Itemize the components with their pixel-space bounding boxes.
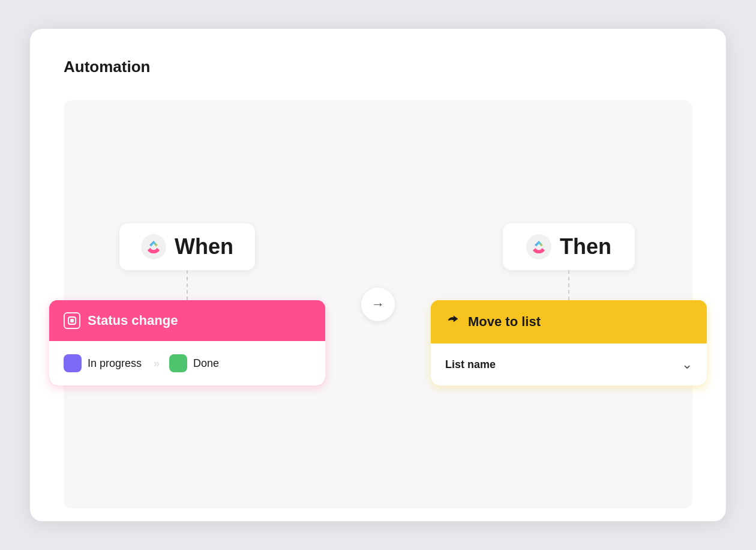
- when-dashed-line: [187, 270, 188, 300]
- done-dot: [169, 354, 187, 372]
- page-title: Automation: [64, 58, 692, 76]
- list-name-placeholder: List name: [445, 358, 496, 371]
- status-change-icon: [64, 312, 80, 329]
- then-column: Then Move to list List name ⌄: [431, 223, 707, 385]
- chevrons-icon: »: [154, 357, 157, 370]
- when-column: When Status change: [49, 223, 325, 385]
- to-status-label: Done: [193, 357, 219, 370]
- move-to-list-icon: [445, 312, 461, 331]
- trigger-card-body: In progress » Done: [49, 341, 325, 385]
- chevron-down-icon[interactable]: ⌄: [682, 357, 692, 372]
- when-clickup-logo: [141, 234, 166, 259]
- then-dashed-line: [568, 270, 569, 300]
- when-label: When: [175, 234, 233, 259]
- from-status-badge: In progress: [64, 354, 142, 372]
- trigger-card-header: Status change: [49, 300, 325, 341]
- in-progress-dot: [64, 354, 82, 372]
- trigger-card[interactable]: Status change In progress » Done: [49, 300, 325, 385]
- action-title: Move to list: [468, 314, 541, 330]
- trigger-title: Status change: [88, 313, 178, 328]
- arrow-icon: →: [371, 297, 385, 312]
- connector-arrow: →: [361, 288, 395, 321]
- to-status-badge: Done: [169, 354, 219, 372]
- then-clickup-logo: [526, 234, 551, 259]
- then-header: Then: [503, 223, 635, 270]
- then-label: Then: [560, 234, 611, 259]
- from-status-label: In progress: [88, 357, 142, 370]
- svg-rect-1: [70, 319, 74, 322]
- action-card-header: Move to list: [431, 300, 707, 343]
- when-header: When: [119, 223, 255, 270]
- action-card-body[interactable]: List name ⌄: [431, 343, 707, 385]
- flow-container: When Status change: [49, 223, 707, 385]
- automation-canvas: When Status change: [64, 100, 692, 509]
- main-card: Automation: [30, 29, 726, 521]
- action-card[interactable]: Move to list List name ⌄: [431, 300, 707, 385]
